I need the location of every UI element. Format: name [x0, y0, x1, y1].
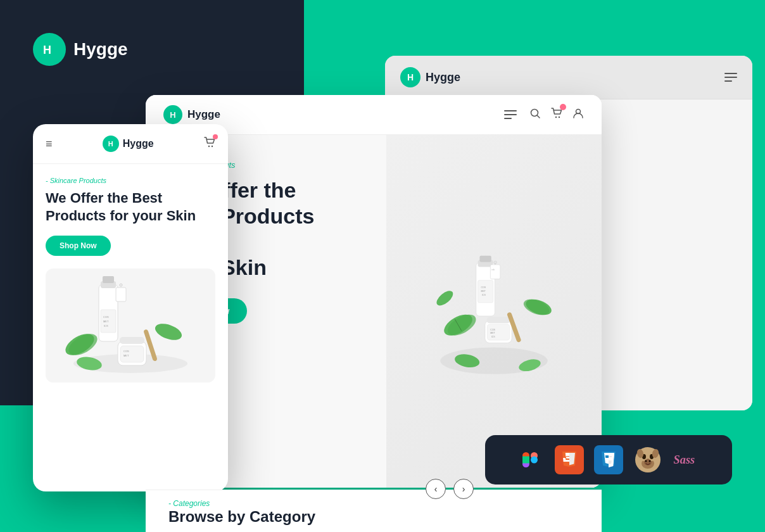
svg-point-33 [208, 145, 210, 146]
mobile-product-image: COS MET ICS COS MET [46, 269, 215, 383]
svg-text:MET: MET [123, 354, 129, 357]
next-button[interactable]: › [453, 479, 474, 499]
product-illustration: COS MET ICS info COS MET ICS [405, 236, 583, 388]
browse-section: - Categories Browse by Category [146, 490, 602, 532]
svg-point-69 [645, 460, 647, 462]
svg-rect-58 [522, 457, 529, 464]
browse-label: - Categories [168, 499, 579, 508]
svg-rect-43 [116, 288, 126, 301]
svg-text:ICS: ICS [104, 324, 108, 327]
card-front-logo-icon: H [103, 136, 119, 152]
svg-point-70 [649, 460, 651, 462]
cart-icon[interactable] [551, 108, 562, 122]
mobile-cart-badge [213, 134, 218, 139]
mobile-hamburger-icon[interactable]: ≡ [46, 137, 53, 151]
svg-rect-14 [490, 265, 500, 279]
css3-icon [594, 445, 623, 474]
svg-text:ICS: ICS [491, 336, 496, 338]
mobile-cart-icon[interactable] [204, 137, 215, 151]
browse-title: Browse by Category [168, 508, 579, 526]
card-back-logo: H Hygge [400, 67, 460, 87]
card-back-logo-icon: H [400, 67, 420, 87]
svg-point-44 [120, 284, 122, 286]
html5-icon [555, 445, 584, 474]
svg-point-4 [559, 116, 560, 117]
svg-text:Sass: Sass [674, 453, 695, 466]
svg-line-2 [538, 115, 540, 118]
svg-point-52 [153, 320, 184, 343]
svg-text:ICS: ICS [482, 294, 486, 296]
svg-text:MET: MET [481, 290, 486, 293]
sass-icon: Sass [673, 445, 702, 474]
prev-button[interactable]: ‹ [426, 479, 446, 499]
svg-rect-9 [479, 256, 491, 262]
svg-point-29 [522, 296, 552, 318]
main-logo-text: Hygge [73, 39, 128, 60]
svg-text:info: info [491, 269, 495, 271]
svg-text:COS: COS [123, 350, 129, 353]
svg-text:COS: COS [481, 286, 486, 289]
svg-point-59 [531, 457, 538, 464]
card-mid-logo-icon: H [163, 105, 182, 124]
svg-rect-38 [103, 276, 114, 283]
svg-text:MET: MET [103, 320, 109, 323]
svg-rect-46 [120, 337, 144, 344]
card-back-header: H Hygge [385, 56, 752, 99]
mobile-product-svg: COS MET ICS COS MET [54, 275, 206, 376]
mobile-shop-now-button[interactable]: Shop Now [46, 236, 111, 256]
svg-text:H: H [43, 44, 51, 56]
main-logo-icon: H [33, 33, 66, 66]
card-mid-logo: H Hygge [163, 105, 220, 124]
card-front: ≡ H Hygge - Skincare Products We Offer t… [33, 124, 228, 491]
mobile-headline: We Offer the Best Products for your Skin [46, 189, 215, 224]
main-logo: H Hygge [33, 33, 128, 66]
svg-point-1 [531, 109, 538, 116]
card-front-header: ≡ H Hygge [33, 124, 228, 164]
cart-badge [560, 104, 566, 110]
card-front-body: - Skincare Products We Offer the Best Pr… [33, 164, 228, 395]
user-icon[interactable] [572, 108, 584, 122]
pagination: ‹ › [426, 479, 474, 499]
mobile-subtitle: - Skincare Products [46, 177, 215, 184]
card-front-logo-text: Hygge [123, 138, 154, 149]
card-mid-logo-text: Hygge [187, 108, 220, 121]
svg-text:COS: COS [490, 329, 495, 331]
svg-point-34 [212, 145, 213, 146]
search-icon[interactable] [529, 108, 541, 122]
mid-hamburger-icon[interactable] [504, 110, 517, 119]
card-back-logo-text: Hygge [426, 71, 460, 84]
svg-point-3 [555, 116, 557, 117]
svg-rect-19 [487, 317, 510, 323]
figma-icon [515, 445, 545, 474]
back-hamburger-icon [724, 73, 737, 82]
svg-point-32 [434, 288, 455, 308]
pug-icon [633, 445, 662, 474]
svg-text:COS: COS [103, 315, 109, 319]
tech-bar: Sass [485, 435, 732, 484]
svg-text:MET: MET [490, 332, 495, 334]
card-front-logo: H Hygge [103, 136, 154, 152]
